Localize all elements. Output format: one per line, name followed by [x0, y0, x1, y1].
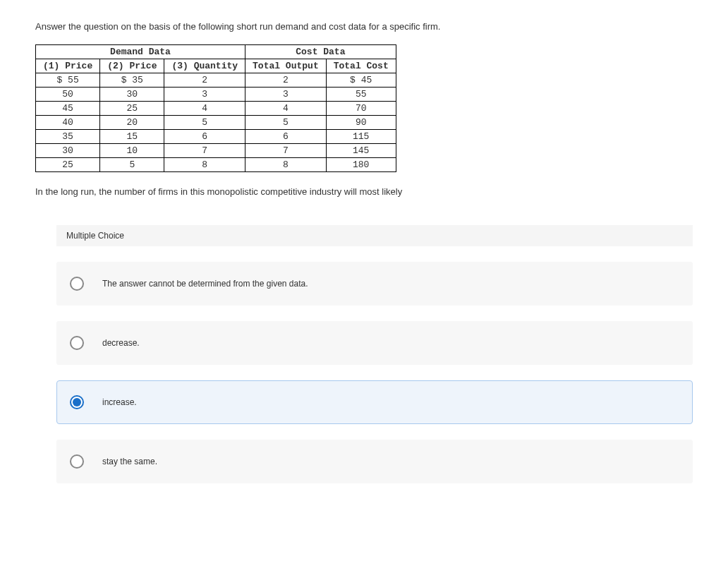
choice-text: The answer cannot be determined from the…	[102, 279, 308, 289]
col-output: Total Output	[245, 59, 327, 73]
cell: 180	[326, 158, 396, 172]
choice-option[interactable]: stay the same.	[56, 440, 693, 483]
cell: 8	[245, 158, 327, 172]
cell: 7	[164, 144, 245, 158]
cell: 10	[100, 144, 164, 158]
data-table: Demand Data Cost Data (1) Price (2) Pric…	[35, 44, 396, 172]
mc-label: Multiple Choice	[56, 225, 693, 246]
cell: 90	[326, 116, 396, 130]
cell: $ 35	[100, 73, 164, 88]
choice-text: stay the same.	[102, 457, 157, 466]
cell: 5	[164, 116, 245, 130]
cell: 50	[36, 88, 100, 102]
choice-option[interactable]: The answer cannot be determined from the…	[56, 262, 693, 306]
cell: 6	[245, 130, 327, 144]
cell: 35	[36, 130, 100, 144]
cell: 5	[245, 116, 327, 130]
cell: 4	[245, 102, 327, 116]
header-cost: Cost Data	[245, 45, 396, 59]
cell: 3	[245, 88, 327, 102]
multiple-choice-container: Multiple Choice The answer cannot be det…	[56, 225, 693, 483]
choice-text: increase.	[102, 397, 137, 407]
cell: 8	[164, 158, 245, 172]
cell: 30	[100, 88, 164, 102]
table-row: 50 30 3 3 55	[36, 88, 396, 102]
cell: $ 45	[326, 73, 396, 88]
choice-text: decrease.	[102, 338, 140, 348]
table-row: 40 20 5 5 90	[36, 116, 396, 130]
header-demand: Demand Data	[36, 45, 245, 59]
question-intro: Answer the question on the basis of the …	[35, 21, 693, 32]
cell: 40	[36, 116, 100, 130]
table-row: 35 15 6 6 115	[36, 130, 396, 144]
cell: 70	[326, 102, 396, 116]
radio-icon	[70, 336, 84, 350]
col-quantity: (3) Quantity	[164, 59, 245, 73]
col-price2: (2) Price	[100, 59, 164, 73]
cell: 2	[245, 73, 327, 88]
radio-icon	[70, 277, 84, 291]
table-row: 30 10 7 7 145	[36, 144, 396, 158]
table-row: 45 25 4 4 70	[36, 102, 396, 116]
choice-option[interactable]: increase.	[56, 380, 693, 424]
cell: 5	[100, 158, 164, 172]
cell: $ 55	[36, 73, 100, 88]
cell: 115	[326, 130, 396, 144]
cell: 25	[100, 102, 164, 116]
cell: 55	[326, 88, 396, 102]
table-row: 25 5 8 8 180	[36, 158, 396, 172]
cell: 6	[164, 130, 245, 144]
table-row: $ 55 $ 35 2 2 $ 45	[36, 73, 396, 88]
cell: 145	[326, 144, 396, 158]
col-cost: Total Cost	[326, 59, 396, 73]
cell: 2	[164, 73, 245, 88]
cell: 30	[36, 144, 100, 158]
cell: 25	[36, 158, 100, 172]
cell: 45	[36, 102, 100, 116]
radio-icon	[70, 454, 84, 469]
cell: 7	[245, 144, 327, 158]
sub-question: In the long run, the number of firms in …	[35, 186, 693, 197]
cell: 3	[164, 88, 245, 102]
cell: 15	[100, 130, 164, 144]
cell: 20	[100, 116, 164, 130]
radio-icon	[70, 395, 84, 409]
col-price1: (1) Price	[36, 59, 100, 73]
choice-option[interactable]: decrease.	[56, 321, 693, 365]
cell: 4	[164, 102, 245, 116]
